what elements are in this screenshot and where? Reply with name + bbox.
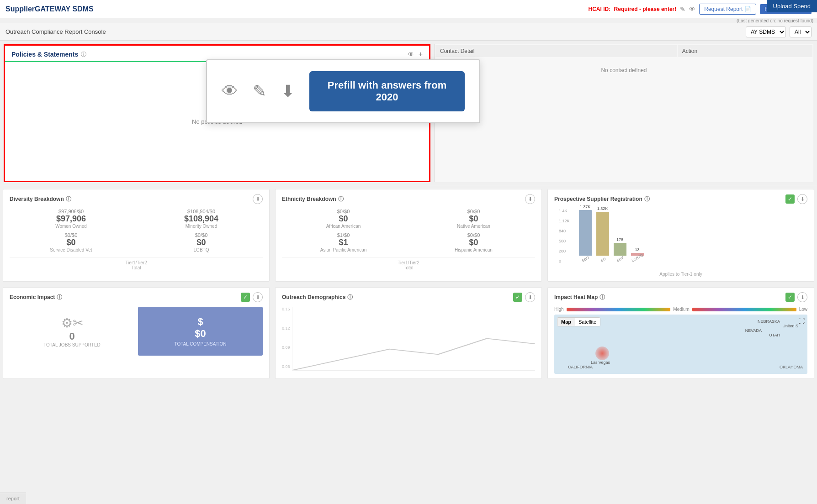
- heatmap-header: Impact Heat Map ⓘ ✓ ⬇: [554, 292, 807, 302]
- economic-panel: Economic Impact ⓘ ✓ ⬇ ⚙✂ 0 TOTAL JOBS SU…: [3, 287, 270, 379]
- prefill-button[interactable]: Prefill with answers from 2020: [309, 71, 465, 111]
- ethnicity-panel: Ethnicity Breakdown ⓘ ⬇ $0/$0 $0 African…: [275, 189, 542, 282]
- demographics-chart: 0.15 0.12 0.09 0.06: [282, 307, 535, 371]
- african-stat: $0/$0 $0 African American: [282, 209, 405, 229]
- policies-section: 👁 ✎ ⬇ Prefill with answers from 2020 Pol…: [4, 44, 430, 182]
- minority-value: $108,904: [140, 214, 263, 224]
- jobs-value: 0: [69, 331, 74, 342]
- native-stat: $0/$0 $0 Native American: [412, 209, 535, 229]
- policies-eye-icon[interactable]: 👁: [408, 51, 414, 58]
- compensation-box: $ $0 TOTAL COMPENSATION: [138, 307, 263, 356]
- hispanic-fraction: $0/$0: [412, 232, 535, 238]
- diversity-title: Diversity Breakdown ⓘ: [10, 195, 71, 203]
- filter-dropdown[interactable]: All: [790, 26, 812, 37]
- heat-spot: [595, 346, 609, 360]
- eye-icon[interactable]: 👁: [222, 82, 238, 101]
- hispanic-label: Hispanic American: [412, 247, 535, 252]
- heatmap-info-icon[interactable]: ⓘ: [599, 294, 605, 301]
- ethnicity-grid: $0/$0 $0 African American $0/$0 $0 Nativ…: [282, 209, 535, 252]
- demographics-chart-area: [292, 307, 535, 371]
- main-content: 👁 ✎ ⬇ Prefill with answers from 2020 Pol…: [0, 41, 817, 382]
- women-stat: $97,906/$0 $97,906 Women Owned: [10, 209, 133, 229]
- prospective-check-icon[interactable]: ✓: [785, 194, 795, 204]
- prospective-panel: Prospective Supplier Registration ⓘ ✓ ⬇ …: [547, 189, 814, 282]
- demographics-y-axis: 0.15 0.12 0.09 0.06: [282, 307, 292, 371]
- diversity-icons: ⬇: [253, 194, 263, 204]
- native-label: Native American: [412, 224, 535, 229]
- map-expand-icon[interactable]: ⛶: [798, 317, 805, 325]
- minority-fraction: $108,904/$0: [140, 209, 263, 214]
- request-report-button[interactable]: Request Report 📄: [699, 4, 756, 15]
- policies-add-icon[interactable]: +: [419, 50, 423, 58]
- economic-title: Economic Impact ⓘ: [10, 294, 62, 301]
- edit-icon[interactable]: ✎: [253, 82, 266, 101]
- heatmap-download-icon[interactable]: ⬇: [797, 292, 807, 302]
- policies-container: 👁 ✎ ⬇ Prefill with answers from 2020 Pol…: [0, 41, 434, 186]
- lgbtq-value: $0: [140, 238, 263, 247]
- hcai-value[interactable]: Required - please enter!: [614, 6, 677, 12]
- diversity-grid: $97,906/$0 $97,906 Women Owned $108,904/…: [10, 209, 263, 252]
- bar-sdv: 178 SDV: [614, 237, 626, 263]
- policies-info-icon[interactable]: ⓘ: [81, 51, 86, 58]
- map-area: Map Satellite ⛶ NEBRASKA NEVADA UTAH Uni…: [554, 315, 807, 374]
- african-value: $0: [282, 214, 405, 224]
- hcai-eye-icon[interactable]: 👁: [689, 5, 695, 13]
- diversity-footer: Tier1/Tier2Total: [10, 257, 263, 270]
- heatmap-panel: Impact Heat Map ⓘ ✓ ⬇ High Medium Low Ma…: [547, 287, 814, 379]
- asian-label: Asian Pacific American: [282, 247, 405, 252]
- heatmap-legend: High Medium Low: [554, 307, 807, 312]
- prospective-download-icon[interactable]: ⬇: [797, 194, 807, 204]
- economic-info-icon[interactable]: ⓘ: [57, 294, 62, 301]
- ethnicity-info-icon[interactable]: ⓘ: [338, 195, 344, 203]
- contact-action-header: Action: [678, 45, 812, 57]
- report-not-found: (Last generated on: no request found): [0, 18, 817, 23]
- prospective-chart: 1.4K 1.12K 840 560 280 0 1.37K SBO 1.32K: [554, 209, 807, 263]
- legend-bar2: [692, 308, 796, 311]
- sdv-fraction: $0/$0: [10, 232, 133, 238]
- demographics-check-icon[interactable]: ✓: [513, 293, 522, 302]
- legend-high: High: [554, 307, 564, 312]
- hcai-edit-icon[interactable]: ✎: [680, 5, 685, 13]
- demographics-download-icon[interactable]: ⬇: [525, 292, 535, 302]
- organization-dropdown[interactable]: AY SDMS: [746, 26, 786, 37]
- african-label: African American: [282, 224, 405, 229]
- console-title: Outreach Compliance Report Console: [5, 28, 106, 35]
- policies-title: Policies & Statements: [11, 51, 78, 58]
- upload-spend-button[interactable]: Upload Spend: [767, 0, 817, 12]
- asian-value: $1: [282, 238, 405, 247]
- economic-download-icon[interactable]: ⬇: [253, 292, 263, 302]
- lgbtq-fraction: $0/$0: [140, 232, 263, 238]
- compensation-value: $0: [195, 328, 206, 340]
- asian-stat: $1/$0 $1 Asian Pacific American: [282, 232, 405, 252]
- demographics-panel: Outreach Demographics ⓘ ✓ ⬇ 0.15 0.12 0.…: [275, 287, 542, 379]
- bar-lgbtq: 13 LGBTQ: [631, 247, 644, 263]
- prospective-info-icon[interactable]: ⓘ: [644, 195, 650, 203]
- legend-bar: [567, 308, 671, 311]
- ethnicity-download-icon[interactable]: ⬇: [525, 194, 535, 204]
- download-icon[interactable]: ⬇: [281, 82, 295, 101]
- map-btn[interactable]: Map: [557, 318, 575, 326]
- stat-row: Diversity Breakdown ⓘ ⬇ $97,906/$0 $97,9…: [0, 186, 817, 284]
- chart-y-axis: 1.4K 1.12K 840 560 280 0: [559, 209, 572, 263]
- economic-check-icon[interactable]: ✓: [241, 293, 250, 302]
- utah-label: UTAH: [769, 333, 780, 337]
- satellite-btn[interactable]: Satellite: [575, 318, 600, 326]
- bar-sbo: 1.37K SBO: [579, 205, 592, 263]
- economic-icons: ✓ ⬇: [241, 292, 263, 302]
- lgbtq-stat: $0/$0 $0 LGBTQ: [140, 232, 263, 252]
- prospective-footer: Applies to Tier-1 only: [554, 272, 807, 277]
- heatmap-check-icon[interactable]: ✓: [785, 293, 795, 302]
- bar-so: 1.32K SO: [596, 206, 609, 263]
- ethnicity-footer: Tier1/Tier2Total: [282, 257, 535, 270]
- request-report-icon: 📄: [744, 6, 751, 12]
- demographics-icons: ✓ ⬇: [513, 292, 535, 302]
- demographics-info-icon[interactable]: ⓘ: [347, 294, 353, 301]
- diversity-info-icon[interactable]: ⓘ: [66, 195, 71, 203]
- hispanic-value: $0: [412, 238, 535, 247]
- second-bar: Outreach Compliance Report Console AY SD…: [0, 23, 817, 41]
- nebraska-label: NEBRASKA: [758, 319, 780, 324]
- right-panel: Contact Detail Action No contact defined: [434, 44, 813, 182]
- minority-stat: $108,904/$0 $108,904 Minority Owned: [140, 209, 263, 229]
- diversity-download-icon[interactable]: ⬇: [253, 194, 263, 204]
- economic-grid: ⚙✂ 0 TOTAL JOBS SUPPORTED $ $0 TOTAL COM…: [10, 307, 263, 356]
